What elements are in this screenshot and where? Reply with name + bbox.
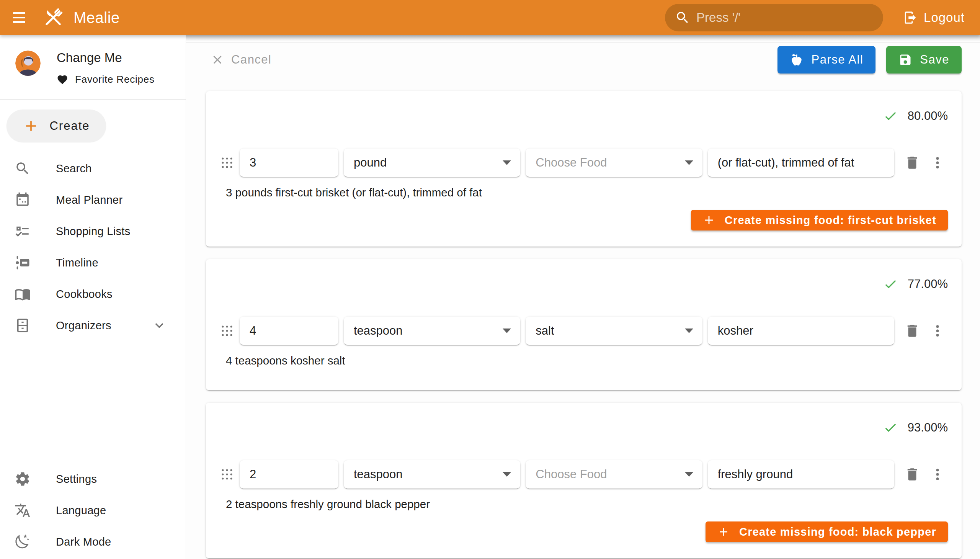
avatar[interactable] (15, 51, 41, 76)
food-select[interactable]: Choose Food (526, 460, 702, 489)
unit-select[interactable]: teaspoon (344, 460, 520, 489)
ingredient-card: 80.00% pound Choose Food (206, 91, 962, 246)
note-input[interactable] (708, 460, 894, 489)
search-placeholder: Press '/' (696, 10, 740, 25)
sidebar-item-shopping-lists[interactable]: Shopping Lists (0, 215, 186, 247)
sidebar: Change Me Favorite Recipes Create Search… (0, 35, 186, 559)
quantity-input[interactable] (240, 460, 339, 489)
drag-handle-icon[interactable] (220, 466, 234, 483)
dropdown-arrow-icon (685, 160, 693, 165)
original-ingredient-text: 3 pounds first-cut brisket (or flat-cut)… (226, 186, 948, 199)
note-input[interactable] (708, 149, 894, 177)
sidebar-item-language[interactable]: Language (0, 495, 186, 526)
create-missing-food-button[interactable]: Create missing food: first-cut brisket (691, 210, 948, 230)
file-cabinet-icon (15, 318, 31, 334)
divider (0, 99, 186, 99)
food-select[interactable]: salt (526, 317, 702, 345)
sidebar-item-meal-planner[interactable]: Meal Planner (0, 184, 186, 215)
trash-icon (904, 323, 920, 339)
heart-icon (57, 74, 68, 85)
unit-select[interactable]: pound (344, 149, 520, 177)
save-button[interactable]: Save (886, 46, 962, 73)
dropdown-arrow-icon (685, 329, 693, 333)
plus-icon (702, 213, 716, 227)
search-input[interactable]: Press '/' (665, 4, 883, 31)
logout-icon (903, 10, 917, 25)
floppy-save-icon (899, 53, 912, 67)
calendar-icon (15, 192, 31, 208)
food-select[interactable]: Choose Food (526, 149, 702, 177)
check-icon (883, 277, 898, 291)
kebab-menu-icon (929, 155, 945, 171)
magnifier-icon (15, 160, 31, 177)
cancel-button[interactable]: Cancel (206, 50, 276, 70)
quantity-input[interactable] (240, 149, 339, 177)
gear-icon (15, 471, 31, 487)
trash-icon (904, 466, 920, 483)
sidebar-item-cookbooks[interactable]: Cookbooks (0, 278, 186, 310)
favorite-recipes-link[interactable]: Favorite Recipes (57, 73, 155, 85)
moon-stars-icon (15, 534, 31, 550)
dropdown-arrow-icon (685, 472, 693, 477)
close-icon (210, 53, 224, 67)
kebab-menu-icon (929, 323, 945, 339)
delete-button[interactable] (902, 152, 922, 173)
ingredient-card: 93.00% teaspoon Choose Food (206, 403, 962, 558)
note-input[interactable] (708, 317, 894, 345)
quantity-input[interactable] (240, 317, 339, 345)
mealie-logo-icon[interactable] (41, 6, 65, 30)
divider (186, 42, 980, 43)
user-name: Change Me (57, 51, 155, 65)
check-icon (883, 420, 898, 435)
sidebar-item-settings[interactable]: Settings (0, 463, 186, 495)
favorites-label: Favorite Recipes (75, 73, 155, 85)
create-label: Create (50, 119, 89, 133)
check-icon (883, 109, 898, 123)
apple-icon (790, 53, 803, 67)
main-content: Cancel Parse All Save 80.00% po (186, 35, 980, 559)
open-book-icon (15, 286, 31, 302)
timeline-icon (15, 255, 31, 271)
confidence-percent: 80.00% (908, 109, 948, 123)
search-icon (675, 10, 690, 25)
sidebar-item-search[interactable]: Search (0, 153, 186, 184)
more-options-button[interactable] (927, 152, 948, 173)
scroll-shadow (186, 35, 980, 41)
dropdown-arrow-icon (502, 329, 511, 333)
create-button[interactable]: Create (7, 109, 106, 142)
hamburger-menu-icon[interactable] (13, 10, 28, 25)
confidence-percent: 77.00% (908, 277, 948, 291)
dropdown-arrow-icon (502, 472, 511, 477)
parse-all-label: Parse All (811, 53, 863, 67)
drag-handle-icon[interactable] (220, 154, 234, 172)
sidebar-item-timeline[interactable]: Timeline (0, 247, 186, 278)
logout-label: Logout (924, 10, 965, 25)
more-options-button[interactable] (927, 464, 948, 485)
checklist-icon (15, 223, 31, 239)
sidebar-item-organizers[interactable]: Organizers (0, 310, 186, 341)
save-label: Save (920, 53, 949, 67)
cancel-label: Cancel (231, 53, 272, 67)
unit-select[interactable]: teaspoon (344, 317, 520, 345)
ingredient-card: 77.00% teaspoon salt (206, 259, 962, 390)
app-bar: Mealie Press '/' Logout (0, 0, 980, 35)
original-ingredient-text: 2 teaspoons freshly ground black pepper (226, 498, 948, 511)
original-ingredient-text: 4 teaspoons kosher salt (226, 354, 948, 367)
translate-icon (15, 502, 31, 518)
user-section: Change Me Favorite Recipes (0, 35, 186, 85)
delete-button[interactable] (902, 321, 922, 341)
more-options-button[interactable] (927, 321, 948, 341)
parse-all-button[interactable]: Parse All (777, 46, 876, 73)
create-missing-food-button[interactable]: Create missing food: black pepper (706, 521, 948, 542)
app-title: Mealie (73, 9, 120, 26)
sidebar-item-dark-mode[interactable]: Dark Mode (0, 526, 186, 557)
dropdown-arrow-icon (502, 160, 511, 165)
parser-toolbar: Cancel Parse All Save (206, 46, 962, 73)
delete-button[interactable] (902, 464, 922, 485)
logout-button[interactable]: Logout (901, 7, 967, 29)
plus-icon (23, 117, 40, 134)
plus-icon (717, 525, 730, 538)
chevron-down-icon (151, 318, 167, 334)
drag-handle-icon[interactable] (220, 322, 234, 340)
trash-icon (904, 155, 920, 171)
